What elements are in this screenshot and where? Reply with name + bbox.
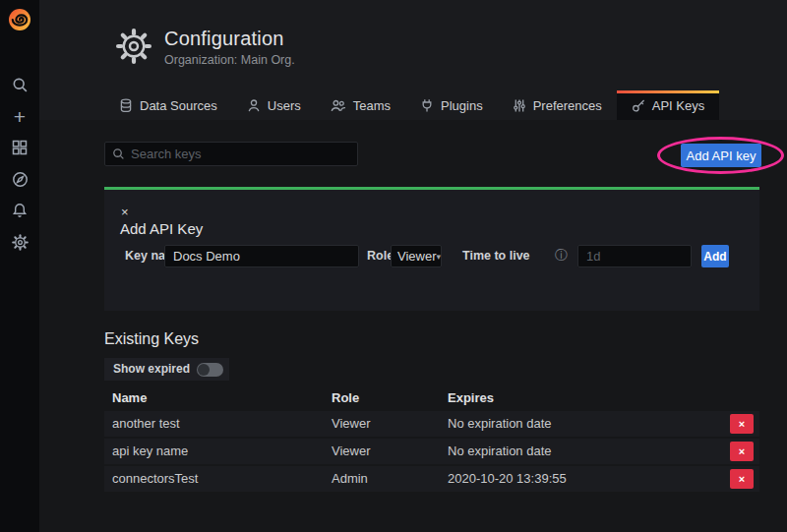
column-header-role: Role <box>332 390 359 405</box>
tab-api-keys[interactable]: API Keys <box>617 90 719 120</box>
toggle-track <box>197 363 223 377</box>
add-api-key-button[interactable]: Add API key <box>681 144 761 167</box>
info-icon: ⓘ <box>555 249 568 262</box>
search-icon[interactable] <box>0 69 39 100</box>
existing-keys-title: Existing Keys <box>104 330 199 348</box>
show-expired-label: Show expired <box>104 358 199 381</box>
key-name-cell: connectorsTest <box>112 466 198 492</box>
tab-preferences[interactable]: Preferences <box>498 90 617 120</box>
tab-plugins[interactable]: Plugins <box>405 90 498 120</box>
role-selected-value: Viewer <box>397 249 437 264</box>
database-icon <box>119 98 133 113</box>
chevron-down-icon: ▾ <box>437 252 442 262</box>
key-name-input[interactable] <box>164 245 359 267</box>
plug-icon <box>420 98 434 113</box>
tab-label: API Keys <box>652 98 704 113</box>
tab-label: Preferences <box>533 98 602 113</box>
time-to-live-label: Time to live <box>462 245 530 267</box>
toggle-knob <box>198 364 210 376</box>
key-name-cell: another test <box>112 411 180 437</box>
table-row: another test Viewer No expiration date × <box>104 411 759 437</box>
tab-label: Users <box>268 98 301 113</box>
configuration-gear-icon[interactable] <box>0 226 39 258</box>
sidebar: + <box>0 0 39 532</box>
configuration-page-gear-icon <box>115 28 152 65</box>
tab-label: Data Sources <box>140 98 217 113</box>
explore-compass-icon[interactable] <box>0 163 39 195</box>
dashboards-icon[interactable] <box>0 132 39 163</box>
user-icon <box>247 98 261 113</box>
search-icon <box>112 148 125 160</box>
alerting-bell-icon[interactable] <box>0 195 39 226</box>
sliders-icon <box>513 98 526 113</box>
keys-table-header: Name Role Expires <box>104 390 759 408</box>
page-subtitle: Organization: Main Org. <box>164 53 295 67</box>
page-header: Configuration Organization: Main Org. <box>115 28 295 67</box>
key-expires-cell: 2020-10-20 13:39:55 <box>448 466 567 492</box>
key-icon <box>632 98 645 113</box>
delete-key-button[interactable]: × <box>730 442 754 461</box>
tab-teams[interactable]: Teams <box>316 90 405 120</box>
config-tabs: Data Sources Users Teams <box>104 90 719 120</box>
role-select[interactable]: Viewer ▾ <box>391 245 442 267</box>
delete-key-button[interactable]: × <box>730 469 754 489</box>
key-role-cell: Admin <box>332 466 368 492</box>
table-row: api key name Viewer No expiration date × <box>104 439 759 464</box>
users-group-icon <box>331 98 346 113</box>
column-header-expires: Expires <box>448 390 494 405</box>
sidebar-nav: + <box>0 69 39 258</box>
create-plus-icon[interactable]: + <box>0 100 39 132</box>
add-api-key-title: Add API Key <box>120 220 203 237</box>
search-keys-input[interactable] <box>131 147 350 161</box>
key-name-cell: api key name <box>112 439 188 464</box>
key-role-cell: Viewer <box>332 411 371 437</box>
time-to-live-input[interactable] <box>577 245 692 267</box>
key-role-cell: Viewer <box>332 439 371 464</box>
tab-data-sources[interactable]: Data Sources <box>104 90 232 120</box>
add-submit-button[interactable]: Add <box>701 245 729 267</box>
page-title: Configuration <box>164 28 295 50</box>
search-keys-box <box>104 142 358 166</box>
key-expires-cell: No expiration date <box>448 411 552 437</box>
tab-label: Teams <box>353 98 391 113</box>
tab-users[interactable]: Users <box>232 90 316 120</box>
table-row: connectorsTest Admin 2020-10-20 13:39:55… <box>104 466 759 492</box>
close-icon[interactable]: × <box>121 206 129 218</box>
tab-label: Plugins <box>441 98 483 113</box>
add-api-key-panel: × Add API Key Key name Role Viewer ▾ Tim… <box>104 187 759 311</box>
show-expired-toggle[interactable] <box>190 358 229 381</box>
column-header-name: Name <box>112 390 147 405</box>
grafana-logo-icon[interactable] <box>6 6 33 33</box>
grafana-configuration-page: + <box>0 0 787 532</box>
key-expires-cell: No expiration date <box>448 439 552 464</box>
delete-key-button[interactable]: × <box>730 414 754 434</box>
